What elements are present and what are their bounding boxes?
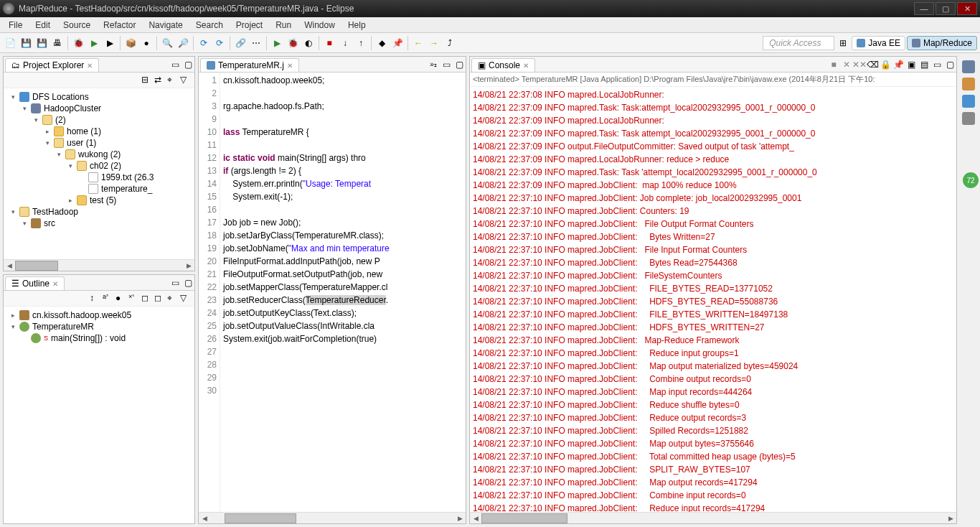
coverage-button[interactable]: ◐ [301,36,316,50]
tree-node[interactable]: ▾TestHadoop [6,206,192,218]
menu-navigate[interactable]: Navigate [143,19,188,32]
az-sort-button[interactable]: aᶻ [103,293,114,304]
project-explorer-tab[interactable]: 🗂 Project Explorer ✕ [5,58,99,72]
scrollbar-h[interactable]: ◀ ▶ [199,512,466,523]
close-icon[interactable]: ✕ [87,62,93,70]
pin-button[interactable]: 📌 [390,36,405,50]
menu-refactor[interactable]: Refactor [98,19,141,32]
search-button[interactable]: 🔎 [176,36,190,50]
nav-up-button[interactable]: ⤴ [443,36,457,50]
tree-node[interactable]: ▾(2) [6,114,192,126]
trim-at-icon[interactable] [962,95,975,108]
tree-node[interactable]: temperature_ [6,183,192,195]
project-explorer-tree[interactable]: ▾DFS Locations▾HadoopCluster▾(2)▸home (1… [4,88,194,259]
nav-back-button[interactable]: ← [411,36,425,50]
show-list-button[interactable]: »₂ [428,59,439,70]
tree-twisty-icon[interactable]: ▾ [67,162,74,169]
tree-node[interactable]: ▾HadoopCluster [6,103,192,114]
close-icon[interactable]: ✕ [52,280,58,288]
run-config-button[interactable]: ▶ [270,36,284,50]
maximize-pane-button[interactable]: ▢ [182,277,194,289]
scroll-right-icon[interactable]: ▶ [945,513,956,523]
new-button[interactable]: 📄 [3,36,17,50]
view-menu-button[interactable]: ▽ [180,75,192,86]
tree-twisty-icon[interactable]: ▾ [9,208,17,215]
editor-tab[interactable]: TemperatureMR.j ✕ [200,58,299,72]
prev-annotation-button[interactable]: ↑ [354,36,368,50]
hide-static-button[interactable]: ×ˢ [128,293,140,304]
run-button[interactable]: ▶ [87,36,101,50]
perspective-mapreduce[interactable]: Map/Reduce [907,36,977,50]
toggle-mark-button[interactable]: ◆ [374,36,389,50]
scroll-thumb[interactable] [481,513,567,523]
print-button[interactable]: 🖶 [50,36,65,50]
tree-twisty-icon[interactable]: ▸ [9,312,17,319]
tree-twisty-icon[interactable]: ▾ [44,139,51,146]
tree-twisty-icon[interactable]: ▾ [32,116,39,123]
tree-node[interactable]: ▾src [6,218,192,229]
quick-access-input[interactable]: Quick Access [763,36,834,50]
collapse-all-button[interactable]: ⊟ [141,75,153,86]
next-annotation-button[interactable]: ↓ [338,36,352,50]
tree-twisty-icon[interactable]: ▾ [9,323,17,330]
menu-project[interactable]: Project [230,19,268,32]
outline-tab[interactable]: ☰ Outline ✕ [5,276,65,290]
clear-button[interactable]: ⌫ [867,59,878,70]
open-perspective-button[interactable]: ⊞ [836,36,850,50]
tree-node[interactable]: ▾wukong (2) [6,149,192,160]
sort-button[interactable]: ↕ [90,293,101,304]
outline-node[interactable]: ▸cn.kissoft.hadoop.week05 [6,309,192,321]
debug-button[interactable]: 🐞 [71,36,85,50]
hide-fields-button[interactable]: ● [116,293,127,304]
tree-node[interactable]: ▾DFS Locations [6,91,192,103]
debug-config-button[interactable]: 🐞 [286,36,300,50]
focus-button[interactable]: ⌖ [167,293,179,304]
minimize-pane-button[interactable]: ▭ [931,59,943,70]
minimize-button[interactable]: — [914,2,934,15]
tree-node[interactable]: ▾user (1) [6,137,192,149]
view-menu-button[interactable]: ▽ [180,293,192,304]
scrollbar-h[interactable]: ◀ ▶ [470,512,956,523]
tree-node[interactable]: 1959.txt (26.3 [6,172,192,183]
remove-all-button[interactable]: ✕✕ [854,59,865,70]
menu-source[interactable]: Source [57,19,96,32]
menu-help[interactable]: Help [342,19,372,32]
maximize-button[interactable]: ▢ [936,2,956,15]
scroll-right-icon[interactable]: ▶ [183,261,194,271]
scroll-left-icon[interactable]: ◀ [199,513,210,523]
scroll-thumb[interactable] [15,261,58,271]
menu-edit[interactable]: Edit [29,19,56,32]
console-tab[interactable]: ▣ Console ✕ [471,58,535,72]
tree-node[interactable]: ▸test (5) [6,195,192,206]
tree-twisty-icon[interactable]: ▾ [55,151,62,158]
scroll-right-icon[interactable]: ▶ [454,513,466,523]
maximize-pane-button[interactable]: ▢ [453,59,465,70]
terminate-button[interactable]: ■ [322,36,336,50]
trim-tasks-icon[interactable] [962,78,975,90]
outline-tree[interactable]: ▸cn.kissoft.hadoop.week05▾TemperatureMRS… [4,307,194,523]
tree-twisty-icon[interactable]: ▸ [44,128,51,135]
external-button[interactable]: 🔗 [233,36,248,50]
trim-cheat-icon[interactable] [962,112,975,125]
trim-hadoop-icon[interactable] [962,60,975,73]
run-last-button[interactable]: ▶ [103,36,117,50]
editor-body[interactable]: 1239101112131415161718192021222324252627… [199,73,466,512]
new-class-button[interactable]: ● [139,36,154,50]
nav-fwd-button[interactable]: → [427,36,441,50]
tree-twisty-icon[interactable]: ▾ [21,105,28,112]
new-package-button[interactable]: 📦 [123,36,138,50]
close-icon[interactable]: ✕ [287,62,293,70]
save-all-button[interactable]: 💾 [34,36,49,50]
remove-button[interactable]: ✕ [841,59,852,70]
tree-node[interactable]: ▸home (1) [6,126,192,137]
perspective-java-ee[interactable]: Java EE [852,36,905,50]
tree-twisty-icon[interactable]: ▾ [9,93,17,101]
hide-nonpublic-button[interactable]: ◻ [141,293,153,304]
close-button[interactable]: ✕ [957,2,977,15]
focus-button[interactable]: ⌖ [167,75,179,86]
menu-file[interactable]: File [3,19,28,32]
minimize-pane-button[interactable]: ▭ [440,59,452,70]
save-button[interactable]: 💾 [19,36,33,50]
maximize-pane-button[interactable]: ▢ [182,59,194,70]
minimize-pane-button[interactable]: ▭ [169,59,181,70]
